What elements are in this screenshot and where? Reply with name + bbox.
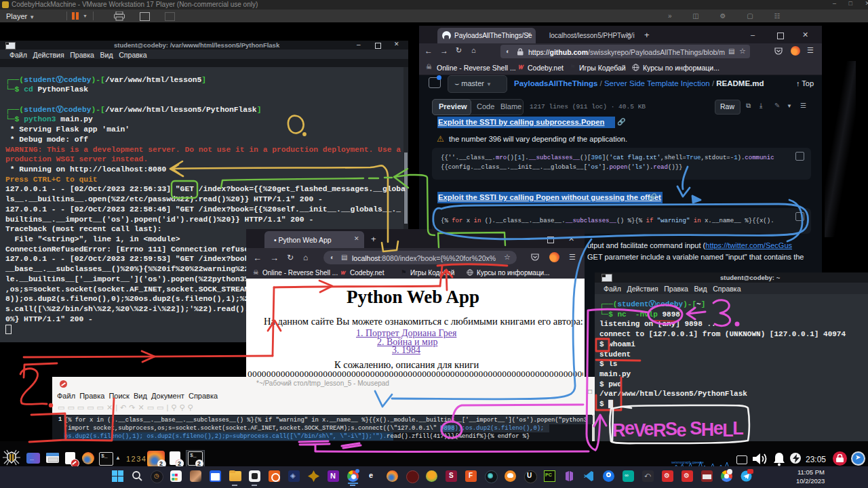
svg-text:seismograph·данные: seismograph·данные [671, 460, 704, 464]
